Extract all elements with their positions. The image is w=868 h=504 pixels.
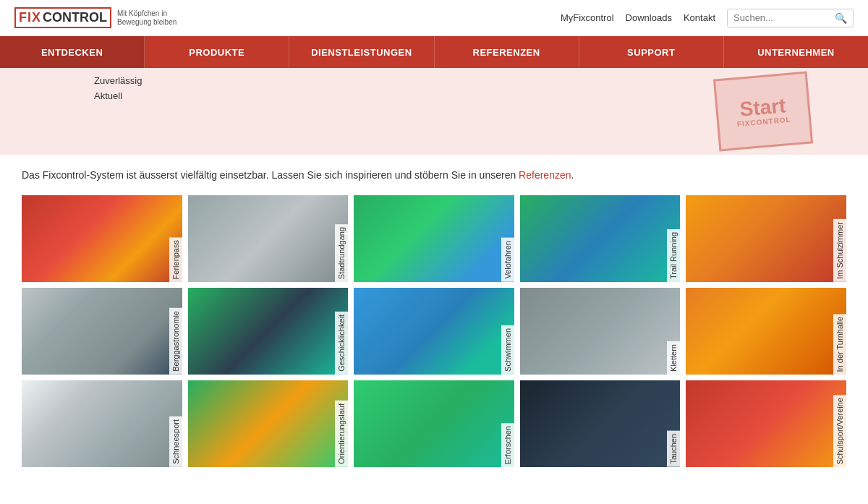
gallery-item[interactable]: In der Turnhalle bbox=[686, 288, 846, 375]
gallery-item[interactable]: Im Schulzimmer bbox=[686, 195, 846, 282]
gallery-item[interactable]: Velofahren bbox=[354, 195, 514, 282]
search-input[interactable] bbox=[728, 9, 829, 26]
nav-item-dienstleistungen[interactable]: DIENSTLEISTUNGEN bbox=[289, 36, 434, 68]
gallery-label: Berggastronomie bbox=[169, 308, 182, 375]
gallery-label: In der Turnhalle bbox=[833, 314, 846, 375]
gallery-item[interactable]: Trail Running bbox=[520, 195, 681, 282]
main-nav: ENTDECKEN PRODUKTE DIENSTLEISTUNGEN REFE… bbox=[0, 36, 868, 68]
logo-fix-text: FIX bbox=[19, 10, 41, 25]
search-bar: 🔍 bbox=[727, 9, 854, 27]
search-button[interactable]: 🔍 bbox=[829, 9, 853, 27]
gallery-item[interactable]: Stadtrundgang bbox=[188, 195, 349, 282]
gallery-item[interactable]: Berggastronomie bbox=[22, 288, 182, 375]
logo-control-text: CONTROL bbox=[43, 10, 107, 25]
gallery-item[interactable]: Schulsport/Vereine bbox=[686, 380, 846, 467]
gallery-item[interactable]: Orientierungslauf bbox=[188, 380, 349, 467]
gallery-label: Geschicklichkeit bbox=[335, 312, 348, 375]
gallery-label: Klettern bbox=[667, 341, 680, 375]
gallery-item[interactable]: Schneesport bbox=[22, 380, 182, 467]
intro-paragraph: Das Fixcontrol-System ist äusserst vielf… bbox=[22, 169, 846, 181]
logo-box: FIX CONTROL bbox=[14, 7, 111, 28]
gallery-item[interactable]: Schwimmen bbox=[354, 288, 514, 375]
gallery-label: Stadtrundgang bbox=[335, 224, 348, 282]
gallery-label: Orientierungslauf bbox=[335, 401, 348, 467]
logo-area: FIX CONTROL Mit Köpfchen in Bewegung ble… bbox=[14, 7, 190, 28]
nav-item-referenzen[interactable]: REFERENZEN bbox=[435, 36, 579, 68]
logo-tagline: Mit Köpfchen in Bewegung bleiben bbox=[117, 9, 190, 27]
nav-item-entdecken[interactable]: ENTDECKEN bbox=[0, 36, 145, 68]
gallery-item[interactable]: Ferienpass bbox=[22, 195, 182, 282]
sub-nav: Zuverlässig Aktuell Start FIXCONTROL bbox=[0, 68, 868, 155]
downloads-link[interactable]: Downloads bbox=[626, 12, 672, 23]
gallery-label: Velofahren bbox=[501, 238, 514, 282]
gallery-label: Tauchen bbox=[667, 431, 680, 467]
gallery-label: Schulsport/Vereine bbox=[833, 395, 846, 467]
main-content: Das Fixcontrol-System ist äusserst vielf… bbox=[0, 155, 868, 482]
intro-referenzen-link[interactable]: Referenzen bbox=[519, 169, 571, 181]
gallery-label: Trail Running bbox=[667, 229, 680, 282]
my-fixcontrol-link[interactable]: MyFixcontrol bbox=[561, 12, 614, 23]
intro-text-before: Das Fixcontrol-System ist äusserst vielf… bbox=[22, 169, 519, 181]
gallery-label: Schneesport bbox=[169, 417, 182, 467]
gallery-label: Im Schulzimmer bbox=[833, 219, 846, 282]
hero-stamp: Start FIXCONTROL bbox=[713, 72, 813, 152]
gallery-label: Schwimmen bbox=[501, 325, 514, 375]
intro-text-after: . bbox=[571, 169, 574, 181]
site-header: FIX CONTROL Mit Köpfchen in Bewegung ble… bbox=[0, 0, 868, 36]
gallery-item[interactable]: Klettern bbox=[520, 288, 681, 375]
nav-item-produkte[interactable]: PRODUKTE bbox=[145, 36, 289, 68]
gallery-label: Erforschen bbox=[501, 423, 514, 467]
nav-item-unternehmen[interactable]: UNTERNEHMEN bbox=[724, 36, 868, 68]
nav-item-support[interactable]: SUPPORT bbox=[579, 36, 724, 68]
gallery-item[interactable]: Geschicklichkeit bbox=[188, 288, 349, 375]
contact-link[interactable]: Kontakt bbox=[684, 12, 715, 23]
gallery-label: Ferienpass bbox=[169, 237, 182, 282]
gallery-grid: FerienpassStadtrundgangVelofahrenTrail R… bbox=[22, 195, 846, 467]
gallery-item[interactable]: Tauchen bbox=[520, 380, 681, 467]
gallery-item[interactable]: Erforschen bbox=[354, 380, 514, 467]
header-right: MyFixcontrol Downloads Kontakt 🔍 bbox=[561, 9, 854, 27]
